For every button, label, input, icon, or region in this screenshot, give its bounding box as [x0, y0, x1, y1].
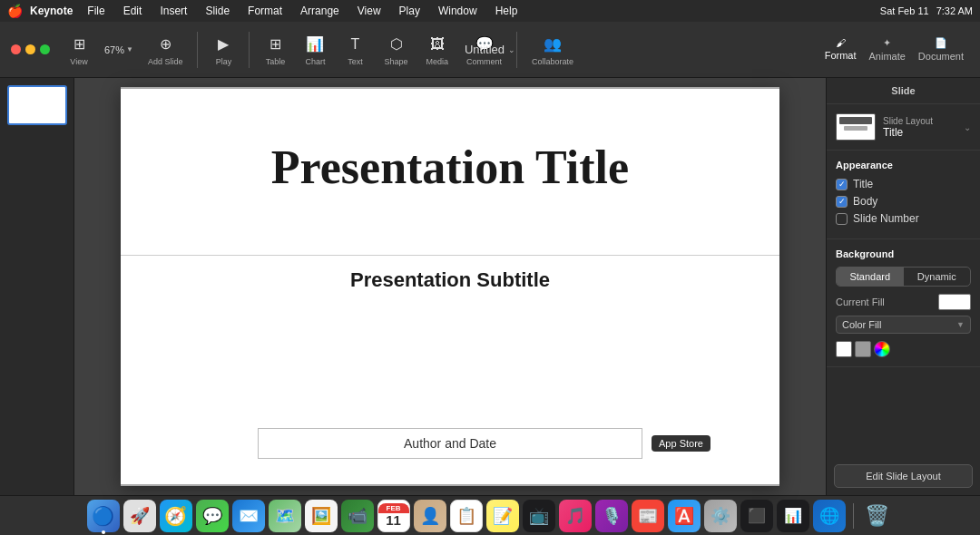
dock-launchpad[interactable]: 🚀 — [123, 500, 156, 532]
document-title[interactable]: Untitled — [465, 43, 505, 56]
view-button[interactable]: ⊞ View — [61, 30, 97, 70]
media-button[interactable]: 🖼 Media — [419, 30, 456, 70]
slide-subtitle[interactable]: Presentation Subtitle — [121, 268, 779, 292]
slide-divider — [121, 255, 779, 256]
text-label: Text — [348, 57, 363, 66]
slide-layout-row[interactable]: Slide Layout Title ⌄ — [836, 113, 971, 141]
menu-view[interactable]: View — [354, 4, 385, 18]
dock-contacts[interactable]: 👤 — [414, 500, 446, 532]
format-tab-label: Format — [825, 50, 857, 61]
dock-news[interactable]: 📰 — [632, 500, 664, 532]
title-appearance-label: Title — [853, 178, 873, 190]
media-icon: 🖼 — [426, 34, 448, 55]
tab-animate[interactable]: ✦ Animate — [864, 34, 911, 65]
menu-items: File Edit Insert Slide Format Arrange Vi… — [83, 4, 521, 18]
dock-finder[interactable]: 🔵 — [87, 500, 120, 532]
title-chevron-icon[interactable]: ⌄ — [508, 45, 515, 54]
dock-messages[interactable]: 💬 — [196, 500, 229, 532]
dock-calendar[interactable]: FEB 11 — [377, 500, 410, 532]
dock-systemprefs[interactable]: ⚙️ — [704, 500, 737, 532]
menu-right: Sat Feb 11 7:32 AM — [880, 5, 973, 16]
background-dynamic-button[interactable]: Dynamic — [904, 268, 971, 286]
menu-window[interactable]: Window — [435, 4, 481, 18]
dock-trash[interactable]: 🗑️ — [861, 500, 894, 532]
slide-thumbnail-1[interactable] — [7, 85, 67, 125]
slide-border-bottom — [121, 484, 779, 486]
dock-safari[interactable]: 🧭 — [160, 500, 192, 532]
apple-menu[interactable]: 🍎 — [7, 4, 23, 18]
play-label: Play — [216, 57, 232, 66]
text-button[interactable]: T Text — [337, 30, 373, 70]
edit-slide-layout-button[interactable]: Edit Slide Layout — [834, 464, 973, 488]
dock-appstore[interactable]: 🅰️ — [668, 500, 701, 532]
dock-remotedesktop[interactable]: 🌐 — [813, 500, 846, 532]
color-fill-dropdown[interactable]: Color Fill ▼ — [836, 316, 971, 334]
menu-help[interactable]: Help — [492, 4, 522, 18]
title-checkbox[interactable]: ✓ — [836, 179, 848, 190]
menu-insert[interactable]: Insert — [156, 4, 191, 18]
dock-notes[interactable]: 📝 — [486, 500, 519, 532]
swatch-gray[interactable] — [855, 341, 871, 357]
color-fill-text: Color Fill — [842, 319, 956, 330]
slide-title[interactable]: Presentation Title — [121, 141, 779, 193]
format-tab-icon: 🖌 — [836, 37, 846, 48]
shape-label: Shape — [384, 57, 407, 66]
dock: 🔵 🚀 🧭 💬 ✉️ 🗺️ 🖼️ 📹 FEB 11 👤 📋 📝 📺 🎵 🎙️ 📰… — [0, 495, 980, 535]
add-slide-button[interactable]: ⊕ Add Slide — [141, 30, 191, 70]
swatch-white[interactable] — [836, 341, 852, 357]
zoom-control[interactable]: 67% ▼ — [101, 41, 137, 59]
shape-icon: ⬡ — [386, 34, 407, 55]
tab-format[interactable]: 🖌 Format — [819, 34, 862, 65]
dock-photos[interactable]: 🖼️ — [305, 500, 338, 532]
appearance-title-item: ✓ Title — [836, 178, 971, 190]
dock-appletv[interactable]: 📺 — [523, 500, 555, 532]
fullscreen-button[interactable] — [40, 44, 50, 54]
slidenumber-checkbox[interactable] — [836, 213, 848, 225]
document-title-area: Untitled ⌄ — [465, 43, 515, 56]
color-swatches — [836, 341, 971, 357]
author-box[interactable]: Author and Date — [258, 428, 642, 459]
layout-thumb-subtitle-bar — [844, 126, 867, 131]
collaborate-button[interactable]: 👥 Collaborate — [524, 30, 581, 70]
dock-reminders[interactable]: 📋 — [450, 500, 483, 532]
chart-button[interactable]: 📊 Chart — [297, 30, 333, 70]
toolbar-separator-3 — [516, 32, 517, 68]
dock-mail[interactable]: ✉️ — [232, 500, 265, 532]
menu-format[interactable]: Format — [244, 4, 286, 18]
app-name: Keynote — [30, 5, 73, 17]
dock-activitymonitor[interactable]: 📊 — [777, 500, 809, 532]
format-tabs: 🖌 Format ✦ Animate 📄 Document — [819, 34, 969, 65]
close-button[interactable] — [11, 44, 21, 54]
menu-edit[interactable]: Edit — [120, 4, 146, 18]
slide-layout-chevron-icon[interactable]: ⌄ — [964, 122, 971, 132]
dock-terminal[interactable]: ⬛ — [740, 500, 773, 532]
slide-layout-value: Title — [883, 126, 956, 139]
background-standard-button[interactable]: Standard — [837, 268, 904, 286]
layout-thumb-title-bar — [839, 117, 872, 124]
chart-label: Chart — [305, 57, 325, 66]
dock-maps[interactable]: 🗺️ — [269, 500, 301, 532]
canvas-area[interactable]: Presentation Title Presentation Subtitle… — [74, 78, 826, 495]
menu-slide[interactable]: Slide — [201, 4, 233, 18]
play-button[interactable]: ▶ Play — [205, 30, 241, 70]
menu-time: 7:32 AM — [936, 5, 973, 16]
slide-canvas[interactable]: Presentation Title Presentation Subtitle… — [121, 87, 779, 486]
panel-section-heading: Slide — [827, 78, 980, 104]
body-checkbox[interactable]: ✓ — [836, 196, 848, 208]
shape-button[interactable]: ⬡ Shape — [377, 30, 415, 70]
minimize-button[interactable] — [25, 44, 35, 54]
background-section: Background Standard Dynamic Current Fill… — [827, 239, 980, 367]
table-button[interactable]: ⊞ Table — [257, 30, 293, 70]
dock-facetime[interactable]: 📹 — [341, 500, 374, 532]
menu-play[interactable]: Play — [396, 4, 424, 18]
swatch-rainbow[interactable] — [874, 341, 890, 357]
slide-layout-info: Slide Layout Title — [883, 116, 956, 139]
text-icon: T — [344, 34, 366, 55]
dock-music[interactable]: 🎵 — [559, 500, 592, 532]
fill-color-box[interactable] — [938, 294, 971, 310]
menu-file[interactable]: File — [83, 4, 108, 18]
menu-arrange[interactable]: Arrange — [297, 4, 343, 18]
animate-tab-icon: ✦ — [883, 37, 891, 49]
tab-document[interactable]: 📄 Document — [913, 34, 969, 65]
dock-podcasts[interactable]: 🎙️ — [595, 500, 628, 532]
